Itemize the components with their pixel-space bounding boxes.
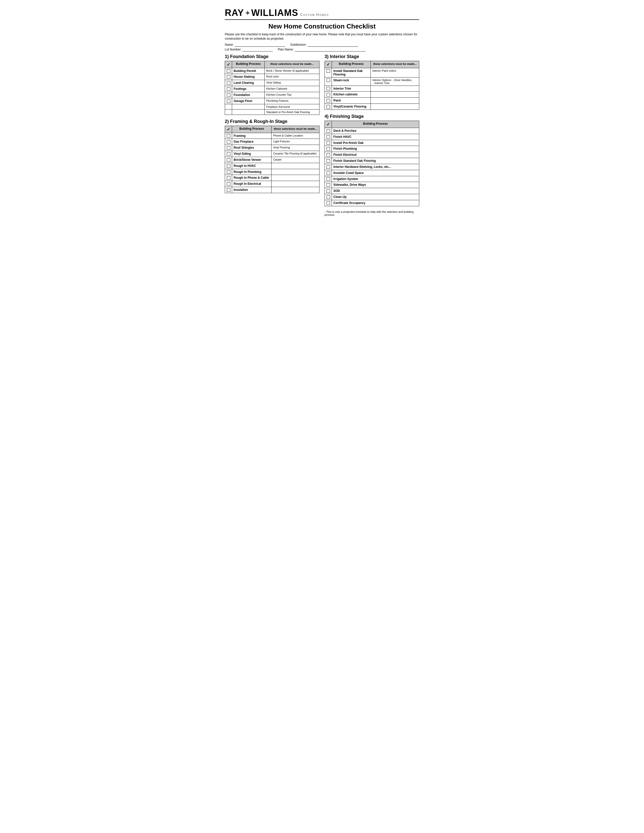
process-label: SOD <box>332 188 419 194</box>
checkbox[interactable] <box>227 134 230 138</box>
checkbox-cell <box>325 85 332 92</box>
process-label: Footings <box>232 86 265 92</box>
checkbox[interactable] <box>227 81 230 85</box>
checkbox-cell <box>325 140 332 146</box>
item-label: Sidewalks, Drive Ways <box>333 183 366 187</box>
name-input-line[interactable] <box>235 43 285 47</box>
checkbox[interactable] <box>227 176 230 180</box>
left-column: 1) Foundation Stage ✓ Building Process t… <box>225 54 319 216</box>
process-label: Rough In Plumbing <box>232 169 272 175</box>
checkbox[interactable] <box>227 87 230 91</box>
checkbox-cell <box>225 139 232 145</box>
checkbox-cell <box>325 188 332 194</box>
plan-input-line[interactable] <box>295 48 365 51</box>
checkbox-cell <box>325 92 332 98</box>
checkbox[interactable] <box>227 140 230 144</box>
section-foundation: 1) Foundation Stage ✓ Building Process t… <box>225 54 319 115</box>
checkbox[interactable] <box>227 188 230 192</box>
name-field: Name: <box>225 43 285 47</box>
lot-input-line[interactable] <box>242 48 273 51</box>
table-row: Roof ShinglesVinyl Flooring <box>225 145 319 151</box>
process-label: Land Clearing <box>232 80 265 86</box>
table-row: Building PermitBrick / Stone Veneer (if … <box>225 68 319 74</box>
item-label: Framing <box>233 134 245 138</box>
checkbox[interactable] <box>327 147 330 151</box>
checkbox[interactable] <box>227 170 230 174</box>
process-label: Kitchen cabinets <box>332 92 371 98</box>
checkbox[interactable] <box>227 69 230 73</box>
checkbox[interactable] <box>327 195 330 199</box>
table-row: Interior Hardware-Shelving, Locks, etc..… <box>325 164 419 170</box>
table-row: Vinyl/Ceramic Flooring <box>325 104 419 110</box>
table-row: Finish Standard Oak Flooring <box>325 158 419 164</box>
table-row: Finish Plumbing <box>325 146 419 152</box>
checkbox[interactable] <box>227 100 230 103</box>
table-row: Rough In Phone & Cable <box>225 175 319 181</box>
table-row: Rough In Plumbing <box>225 169 319 175</box>
checkbox[interactable] <box>327 177 330 181</box>
checkbox[interactable] <box>327 93 330 96</box>
checkbox[interactable] <box>227 158 230 162</box>
table-row: Standard or Pre-finish Oak Flooring <box>225 109 319 114</box>
checkbox-cell <box>225 145 232 151</box>
item-label: Insulate Crawl Space <box>333 171 364 175</box>
item-label: Finish Plumbing <box>333 147 357 150</box>
checkbox[interactable] <box>227 75 230 79</box>
checkbox-cell <box>325 176 332 182</box>
checkbox[interactable] <box>227 146 230 150</box>
checkbox[interactable] <box>327 153 330 157</box>
item-label: Footings <box>233 87 246 91</box>
item-label: Install Standard Oak Flooring <box>333 69 363 76</box>
checkbox-cell <box>325 98 332 104</box>
checkbox[interactable] <box>327 201 330 205</box>
s1-check-header: ✓ <box>225 61 232 68</box>
selection-cell: Brick / Stone Veneer (if applicable) <box>265 68 319 74</box>
s2-process-header: Building Process <box>232 126 272 133</box>
checkbox[interactable] <box>327 159 330 163</box>
checkbox-cell <box>225 109 232 114</box>
s3-selections-header: these selections must be made... <box>371 61 419 68</box>
checkbox[interactable] <box>227 152 230 156</box>
process-label: Finish Plumbing <box>332 146 419 152</box>
checkbox[interactable] <box>327 189 330 193</box>
checkbox[interactable] <box>227 164 230 168</box>
checkbox[interactable] <box>327 141 330 145</box>
checkbox[interactable] <box>327 135 330 139</box>
checkbox-cell <box>325 104 332 110</box>
checkbox[interactable] <box>327 183 330 187</box>
section-1-table: ✓ Building Process these selections must… <box>225 61 319 115</box>
checkbox[interactable] <box>227 182 230 186</box>
table-row: FootingsKitchen Cabinets <box>225 86 319 92</box>
section-finishing: 4) Finishing Stage ✓ Building Process De… <box>325 114 419 206</box>
checkbox[interactable] <box>327 99 330 103</box>
item-label: Interior Hardware-Shelving, Locks, etc..… <box>333 165 391 169</box>
process-label: Building Permit <box>232 68 265 74</box>
s2-selections-header: these selections must be made... <box>272 126 319 133</box>
checkbox-cell <box>325 77 332 85</box>
item-label: Rough In Plumbing <box>233 170 261 174</box>
checkbox[interactable] <box>227 93 230 97</box>
checkbox[interactable] <box>327 105 330 109</box>
section-3-title: 3) Interior Stage <box>325 54 419 60</box>
selection-cell <box>272 163 319 169</box>
plan-field: Plan Name: <box>278 48 365 51</box>
checkbox[interactable] <box>327 165 330 169</box>
table-row: Fireplace Surround <box>225 104 319 109</box>
checkbox[interactable] <box>327 69 330 73</box>
checkbox[interactable] <box>327 87 330 90</box>
item-label: Paint <box>333 99 341 102</box>
checkbox[interactable] <box>327 79 330 82</box>
checkbox[interactable] <box>327 129 330 133</box>
item-label: Building Permit <box>233 69 256 73</box>
logo-divider <box>225 19 419 20</box>
table-row: Sidewalks, Drive Ways <box>325 182 419 188</box>
item-label: Land Clearing <box>233 81 254 85</box>
section-4-title: 4) Finishing Stage <box>325 114 419 119</box>
checkbox-cell <box>225 169 232 175</box>
selection-cell: Interior Paint colors <box>371 68 419 77</box>
subdivision-input-line[interactable] <box>308 43 358 47</box>
selection-cell: Kitchen Cabinets <box>265 86 319 92</box>
item-label: Finish HAVC <box>333 135 351 138</box>
checkbox[interactable] <box>327 171 330 175</box>
item-label: Finish Electrical <box>333 153 357 156</box>
